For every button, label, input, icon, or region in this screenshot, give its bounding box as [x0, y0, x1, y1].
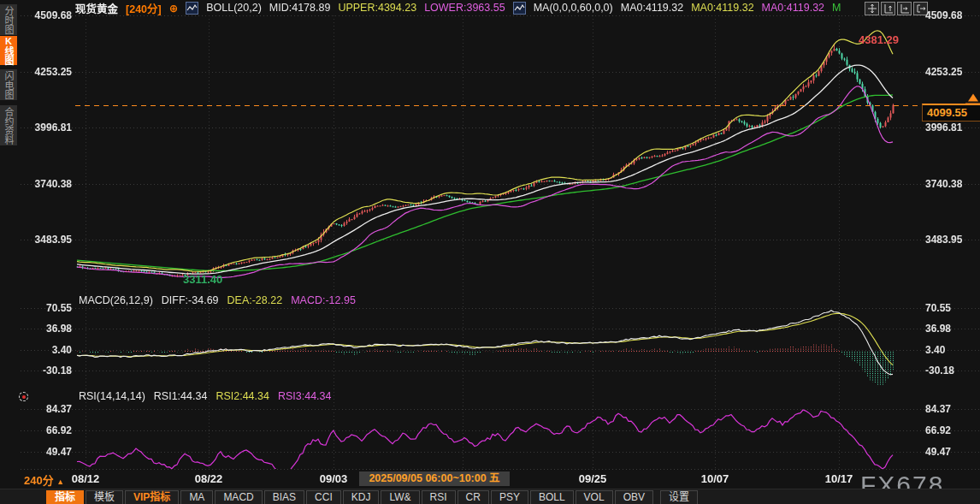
- axis-tick-label: 3483.95: [925, 234, 978, 246]
- sidebar-item-0[interactable]: 分时图: [0, 4, 17, 35]
- macd-diff-value: DIFF:-34.69: [162, 294, 219, 306]
- axis-tick-label: 4509.68: [925, 9, 978, 21]
- period-selector[interactable]: 240分 ▲: [24, 471, 64, 488]
- toolbar-item-模板[interactable]: 模板: [86, 490, 123, 504]
- toolbar-item-MA[interactable]: MA: [180, 490, 213, 504]
- ma0-yellow-value: MA0:4119.32: [691, 2, 753, 14]
- macd-title: MACD(26,12,9): [79, 294, 153, 306]
- magnet-icon[interactable]: ⊕: [169, 2, 178, 15]
- chart-header: 现货黄金 [240分] ⊕ BOLL(20,2) MID:4178.89 UPP…: [75, 1, 841, 15]
- axis-tick-label: 4509.68: [19, 9, 72, 21]
- toolbar-item-指标[interactable]: 指标: [46, 490, 84, 504]
- macd-macd-value: MACD:-12.95: [291, 294, 356, 306]
- axis-tick-label: 36.98: [19, 323, 72, 335]
- ma-label: MA(0,0,0,60,0,0): [534, 2, 613, 14]
- toolbar-item-BOLL[interactable]: BOLL: [530, 490, 574, 504]
- x-axis-strip: 240分 ▲ 08/1208/2209/0309/2510/0710/17 20…: [0, 471, 980, 487]
- indicator-toolbar: 指标模板VIP指标MAMACDBIASCCIKDJLW&RSICRPSYBOLL…: [0, 489, 980, 504]
- axis-tick-label: 3740.38: [19, 178, 72, 190]
- toolbar-item-KDJ[interactable]: KDJ: [343, 490, 380, 504]
- boll-mid-value: MID:4178.89: [269, 2, 331, 14]
- toolbar-item-设置[interactable]: 设置: [660, 490, 698, 504]
- toolbar-item-RSI[interactable]: RSI: [422, 490, 456, 504]
- axis-tick-label: 66.92: [19, 424, 72, 436]
- window-controls: [865, 2, 928, 15]
- chart-canvas[interactable]: [0, 0, 980, 504]
- sidebar-item-2[interactable]: 闪电图: [0, 69, 17, 100]
- axis-tick-label: 84.37: [19, 403, 72, 415]
- axis-tick-label: 3483.95: [19, 234, 72, 246]
- ma-green-value: M: [832, 2, 841, 14]
- axis-tick-label: 49.47: [19, 446, 72, 458]
- sidebar: 分时图K线图闪电图合约资料: [0, 0, 17, 504]
- rsi2-value: RSI2:44.34: [215, 390, 269, 402]
- toolbar-item-BIAS[interactable]: BIAS: [264, 490, 304, 504]
- x-tick-08/22: 08/22: [195, 472, 223, 485]
- target-icon[interactable]: [19, 392, 28, 401]
- macd-dea-value: DEA:-28.22: [227, 294, 283, 306]
- axis-tick-label: 3.40: [925, 344, 978, 356]
- pan-tool-icon[interactable]: [865, 2, 879, 15]
- left-axis: 4509.684253.253996.813740.383483.9570.55…: [19, 0, 72, 504]
- toolbar-item-OBV[interactable]: OBV: [615, 490, 653, 504]
- x-tick-09/03: 09/03: [320, 472, 348, 485]
- last-price-tag: 4099.55: [922, 104, 980, 122]
- zoom-x-axis-icon[interactable]: [897, 2, 912, 15]
- low-price-label: 3311.40: [183, 273, 222, 286]
- toolbar-item-CCI[interactable]: CCI: [306, 490, 341, 504]
- peak-price-label: 4381.29: [859, 33, 899, 46]
- sidebar-item-1[interactable]: K线图: [0, 36, 17, 65]
- symbol-name: 现货黄金: [75, 0, 118, 16]
- boll-lower-value: LOWER:3963.55: [424, 2, 505, 14]
- period-label[interactable]: [240分]: [126, 0, 162, 16]
- boll-upper-value: UPPER:4394.23: [338, 2, 416, 14]
- axis-tick-label: 70.55: [19, 302, 72, 314]
- toolbar-item-LW&[interactable]: LW&: [381, 490, 419, 504]
- boll-label: BOLL(20,2): [206, 2, 262, 14]
- trading-app-window: 分时图K线图闪电图合约资料 现货黄金 [240分] ⊕ BOLL(20,2) M…: [0, 0, 980, 504]
- rsi1-value: RSI1:44.34: [154, 390, 208, 402]
- x-tick-10/07: 10/07: [701, 472, 729, 485]
- x-tick-08/12: 08/12: [72, 472, 100, 485]
- toolbar-item-CR[interactable]: CR: [458, 490, 489, 504]
- sidebar-item-3[interactable]: 合约资料: [0, 105, 17, 145]
- x-tick-10/17: 10/17: [825, 472, 853, 485]
- axis-tick-label: 3996.81: [19, 122, 72, 133]
- axis-tick-label: 3740.38: [925, 178, 978, 190]
- axis-tick-label: 70.55: [925, 302, 978, 314]
- rsi-title: RSI(14,14,14): [79, 390, 145, 402]
- axis-tick-label: 3.40: [19, 344, 72, 356]
- axis-tick-label: 84.37: [925, 403, 978, 415]
- axis-tick-label: 3996.81: [925, 122, 978, 133]
- axis-tick-label: 4253.25: [19, 66, 72, 78]
- ma0-magenta-value: MA0:4119.32: [762, 2, 824, 14]
- axis-tick-label: -30.18: [925, 365, 978, 377]
- boll-indicator-icon[interactable]: [186, 2, 198, 15]
- toolbar-item-VIP指标[interactable]: VIP指标: [125, 490, 179, 504]
- axis-tick-label: -30.18: [19, 365, 72, 377]
- right-axis: 4509.684253.253996.813740.383483.9570.55…: [925, 0, 978, 504]
- period-arrow-icon: ▲: [56, 477, 64, 486]
- toolbar-item-VOL[interactable]: VOL: [576, 490, 613, 504]
- axis-tick-label: 49.47: [925, 446, 978, 458]
- axis-tick-label: 36.98: [925, 323, 978, 335]
- session-highlight-label: 2025/09/05 06:00~10:00 五: [359, 471, 510, 486]
- axis-tick-label: 66.92: [925, 424, 978, 436]
- ma-indicator-icon[interactable]: [513, 2, 526, 15]
- toolbar-item-MACD[interactable]: MACD: [215, 490, 262, 504]
- macd-header: MACD(26,12,9) DIFF:-34.69 DEA:-28.22 MAC…: [79, 294, 356, 306]
- x-tick-09/25: 09/25: [579, 472, 607, 485]
- toolbar-item-PSY[interactable]: PSY: [491, 490, 528, 504]
- rsi-header: RSI(14,14,14) RSI1:44.34 RSI2:44.34 RSI3…: [79, 390, 331, 402]
- axis-tick-label: 4253.25: [925, 66, 978, 78]
- rsi3-value: RSI3:44.34: [278, 390, 332, 402]
- ma0-white-value: MA0:4119.32: [621, 2, 683, 14]
- zoom-y-axis-icon[interactable]: [881, 2, 895, 15]
